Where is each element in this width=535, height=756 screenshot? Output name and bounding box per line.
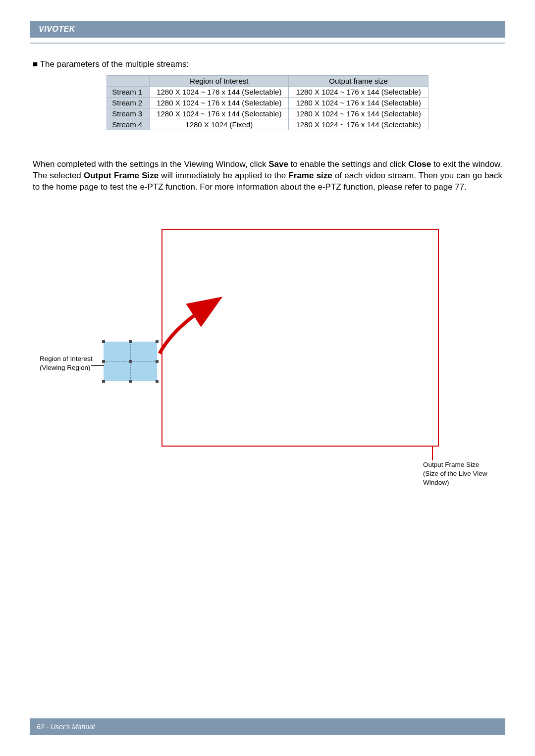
roi-label-connector [91,365,104,366]
table-row: Stream 3 1280 X 1024 ~ 176 x 144 (Select… [107,108,428,119]
output-frame-label-line2: (Size of the Live View Window) [423,470,487,486]
document-page: VIVOTEK ■ The parameters of the multiple… [0,0,535,756]
para-bold-close: Close [408,159,431,169]
roi-label: Region of Interest (Viewing Region) [40,354,93,372]
output-frame-tick [161,447,439,461]
header-divider [30,39,505,44]
roi-handle [156,380,159,383]
roi-label-line2: (Viewing Region) [40,364,91,371]
table-row: Stream 2 1280 X 1024 ~ 176 x 144 (Select… [107,98,428,108]
row-name: Stream 3 [107,108,150,119]
output-frame-label-line1: Output Frame Size [423,461,479,468]
table-header-row: Region of Interest Output frame size [107,76,428,87]
roi-handle [102,340,105,343]
table-header-ofs: Output frame size [289,76,428,87]
para-bold-ofs: Output Frame Size [84,171,159,180]
section-bullet: ■ The parameters of the multiple streams… [33,59,502,69]
para-text: will immediately be applied to the [159,171,288,180]
roi-handle [129,340,132,343]
stream-parameters-table: Region of Interest Output frame size Str… [107,75,428,130]
arrow-icon [151,304,225,357]
table-header-blank [107,76,150,87]
footer-band: 62 - User's Manual [30,718,505,735]
table-row: Stream 1 1280 X 1024 ~ 176 x 144 (Select… [107,87,428,98]
para-text: to enable the settings and click [288,159,408,169]
diagram-area: Output Frame Size (Size of the Live View… [33,229,508,496]
roi-selection-box [104,342,157,381]
roi-handle [102,360,105,363]
row-name: Stream 4 [107,119,150,130]
row-name: Stream 1 [107,87,150,98]
row-ofs: 1280 X 1024 ~ 176 x 144 (Selectable) [289,119,428,130]
roi-handle [156,360,159,363]
output-frame-label: Output Frame Size (Size of the Live View… [423,460,508,488]
table-header-roi: Region of Interest [150,76,289,87]
para-bold-framesize: Frame size [288,171,332,180]
row-roi: 1280 X 1024 (Fixed) [150,119,289,130]
para-text: When completed with the settings in the … [33,159,268,169]
row-roi: 1280 X 1024 ~ 176 x 144 (Selectable) [150,87,289,98]
row-name: Stream 2 [107,98,150,108]
page-content: ■ The parameters of the multiple streams… [33,59,502,193]
roi-handle [102,380,105,383]
brand-text: VIVOTEK [30,25,75,34]
roi-label-line1: Region of Interest [40,355,93,362]
header-band: VIVOTEK [30,21,505,38]
row-ofs: 1280 X 1024 ~ 176 x 144 (Selectable) [289,98,428,108]
roi-center-handle [129,360,132,363]
row-ofs: 1280 X 1024 ~ 176 x 144 (Selectable) [289,108,428,119]
footer-text: 62 - User's Manual [30,723,95,731]
para-bold-save: Save [268,159,288,169]
row-roi: 1280 X 1024 ~ 176 x 144 (Selectable) [150,98,289,108]
row-roi: 1280 X 1024 ~ 176 x 144 (Selectable) [150,108,289,119]
roi-handle [129,380,132,383]
table-row: Stream 4 1280 X 1024 (Fixed) 1280 X 1024… [107,119,428,130]
body-paragraph: When completed with the settings in the … [33,159,502,193]
row-ofs: 1280 X 1024 ~ 176 x 144 (Selectable) [289,87,428,98]
